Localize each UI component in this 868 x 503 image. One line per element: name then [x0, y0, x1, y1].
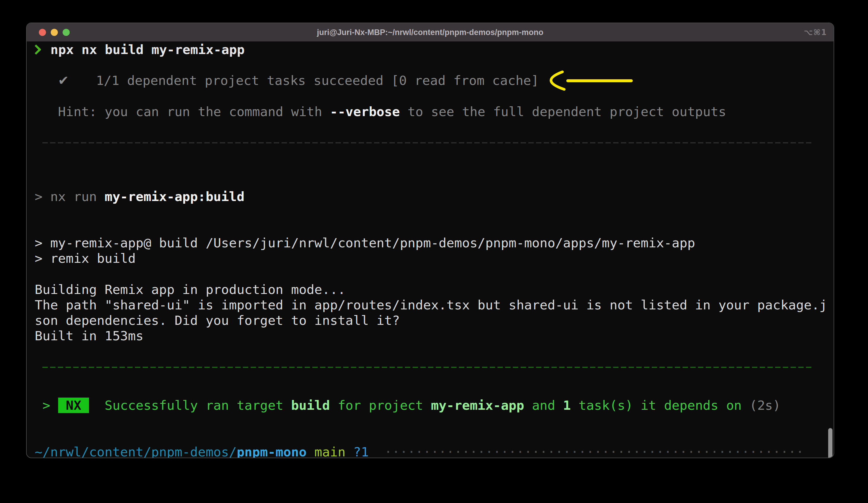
build-output-line: Building Remix app in production mode...: [35, 282, 834, 297]
remix-build-line: > remix build: [35, 251, 834, 266]
cwd-path: ~/nrwl/content/pnpm-demos/: [35, 444, 237, 458]
titlebar[interactable]: juri@Juri-Nx-MBP:~/nrwl/content/pnpm-dem…: [27, 23, 834, 42]
nx-success-line: >NXSuccessfully ran target build for pro…: [35, 398, 834, 413]
git-status: ?1: [353, 444, 369, 458]
close-button[interactable]: [39, 29, 46, 36]
maximize-button[interactable]: [63, 29, 70, 36]
check-icon: ✔: [58, 73, 69, 88]
prompt-filler-dots: ········································…: [384, 444, 804, 458]
nx-badge: NX: [58, 398, 89, 413]
window-shortcut-badge: ⌥⌘1: [804, 28, 827, 37]
traffic-lights: [39, 23, 70, 42]
build-output-line: son dependencies. Did you forget to inst…: [35, 313, 834, 328]
desktop: juri@Juri-Nx-MBP:~/nrwl/content/pnpm-dem…: [0, 0, 868, 503]
typed-command: npx nx build my-remix-app: [50, 42, 245, 57]
nx-run-target: my-remix-app:build: [105, 189, 245, 204]
minimize-button[interactable]: [51, 29, 58, 36]
duration: (2s): [750, 398, 781, 413]
verbose-flag: --verbose: [330, 104, 400, 119]
window-title: juri@Juri-Nx-MBP:~/nrwl/content/pnpm-dem…: [317, 28, 544, 37]
hint-prefix: Hint: you can run the command with: [58, 104, 330, 119]
task-count: 1: [563, 398, 571, 413]
success-divider: [42, 367, 812, 368]
command-line: npx nx build my-remix-app: [35, 42, 834, 57]
tasks-succeeded-text: 1/1 dependent project tasks succeeded [0…: [96, 73, 539, 88]
hint-suffix: to see the full dependent project output…: [400, 104, 726, 119]
build-output-line: The path "shared-ui" is imported in app/…: [35, 297, 834, 313]
tasks-succeeded-line: ✔1/1 dependent project tasks succeeded […: [35, 73, 834, 88]
output-divider: [42, 142, 812, 143]
terminal-content[interactable]: npx nx build my-remix-app ✔1/1 dependent…: [27, 42, 834, 457]
build-output-line: Built in 153ms: [35, 328, 834, 343]
scrollbar-thumb[interactable]: [828, 428, 833, 458]
hint-line: Hint: you can run the command with --ver…: [35, 104, 834, 119]
shell-prompt-line: ~/nrwl/content/pnpm-demos/pnpm-monomain?…: [35, 444, 834, 458]
nx-run-line: > nx run my-remix-app:build: [35, 189, 834, 204]
target-name: build: [291, 398, 330, 413]
git-branch: main: [314, 444, 345, 458]
project-name: my-remix-app: [431, 398, 524, 413]
package-script-line: > my-remix-app@ build /Users/juri/nrwl/c…: [35, 235, 834, 251]
nx-run-prefix: > nx run: [35, 189, 105, 204]
prompt-chevron-icon: [35, 44, 41, 54]
cwd-dir: pnpm-mono: [237, 444, 307, 458]
terminal-window: juri@Juri-Nx-MBP:~/nrwl/content/pnpm-dem…: [26, 22, 834, 458]
success-caret: >: [42, 398, 50, 413]
